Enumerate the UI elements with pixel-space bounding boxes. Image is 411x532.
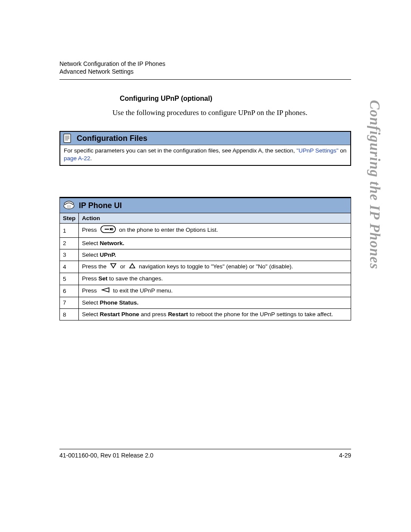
config-body-text: For specific parameters you can set in t… <box>64 147 296 154</box>
config-body-suffix: . <box>90 155 92 162</box>
footer-page-num: 4-29 <box>339 452 351 459</box>
config-files-body: For specific parameters you can set in t… <box>60 145 350 165</box>
table-row: 2Select Network. <box>60 237 351 249</box>
header-chapter: Network Configuration of the IP Phones <box>59 60 351 67</box>
document-icon <box>63 133 72 143</box>
svg-point-8 <box>70 206 71 207</box>
step-number: 4 <box>60 261 79 273</box>
down-arrow-icon <box>110 263 117 271</box>
page-header: Network Configuration of the IP Phones A… <box>59 60 351 80</box>
step-number: 7 <box>60 297 79 308</box>
step-action: Select UPnP. <box>79 249 351 261</box>
table-row: 8Select Restart Phone and press Restart … <box>60 308 351 320</box>
col-action-header: Action <box>79 213 351 224</box>
svg-point-9 <box>67 207 68 208</box>
ip-phone-ui-title: IP Phone UI <box>79 201 122 210</box>
step-action: Select Network. <box>79 237 351 249</box>
footer-rule <box>59 449 351 449</box>
footer-doc-id: 41-001160-00, Rev 01 Release 2.0 <box>59 452 153 459</box>
svg-point-10 <box>68 207 69 208</box>
svg-point-6 <box>67 206 68 207</box>
page-a22-link[interactable]: page A-22 <box>64 155 90 162</box>
table-row: 5Press Set to save the changes. <box>60 273 351 285</box>
svg-point-11 <box>70 207 71 208</box>
intro-text: Use the following procedures to configur… <box>112 109 351 117</box>
step-number: 6 <box>60 285 79 297</box>
table-row: 3Select UPnP. <box>60 249 351 261</box>
step-number: 8 <box>60 308 79 320</box>
page-footer: 41-001160-00, Rev 01 Release 2.0 4-29 <box>59 449 351 459</box>
options-key-icon <box>100 225 116 235</box>
table-row: 1Press on the phone to enter the Options… <box>60 224 351 237</box>
phone-icon <box>62 200 75 211</box>
config-files-header: Configuration Files <box>60 132 350 145</box>
table-row: 6Press to exit the UPnP menu. <box>60 285 351 297</box>
svg-rect-13 <box>105 229 109 230</box>
step-number: 3 <box>60 249 79 261</box>
step-action: Press Set to save the changes. <box>79 273 351 285</box>
main-content: Configuring UPnP (optional) Use the foll… <box>59 95 351 320</box>
header-rule <box>59 79 351 80</box>
upnp-settings-link[interactable]: "UPnP Settings" <box>296 147 338 154</box>
step-action: Press to exit the UPnP menu. <box>79 285 351 297</box>
col-step-header: Step <box>60 213 79 224</box>
step-action: Press on the phone to enter the Options … <box>79 224 351 237</box>
step-action: Select Restart Phone and press Restart t… <box>79 308 351 320</box>
back-arrow-icon <box>100 287 110 295</box>
table-row: 4Press the or navigation keys to toggle … <box>60 261 351 273</box>
step-action: Press the or navigation keys to toggle t… <box>79 261 351 273</box>
step-number: 5 <box>60 273 79 285</box>
svg-rect-0 <box>64 134 71 143</box>
config-files-title: Configuration Files <box>77 134 147 143</box>
column-headers: Step Action <box>60 213 351 224</box>
header-section: Advanced Network Settings <box>59 68 351 75</box>
config-files-box: Configuration Files For specific paramet… <box>59 131 351 166</box>
svg-point-7 <box>68 206 69 207</box>
up-arrow-icon <box>129 263 136 271</box>
table-row: 7Select Phone Status. <box>60 297 351 308</box>
step-number: 1 <box>60 224 79 237</box>
step-action: Select Phone Status. <box>79 297 351 308</box>
ip-phone-ui-table: IP Phone UI Step Action 1Press on the ph… <box>59 197 351 320</box>
side-tab-label: Configuring the IP Phones <box>367 100 383 269</box>
step-number: 2 <box>60 237 79 249</box>
config-body-mid: on <box>338 147 346 154</box>
section-title: Configuring UPnP (optional) <box>120 95 351 103</box>
ui-header-row: IP Phone UI <box>60 198 351 213</box>
